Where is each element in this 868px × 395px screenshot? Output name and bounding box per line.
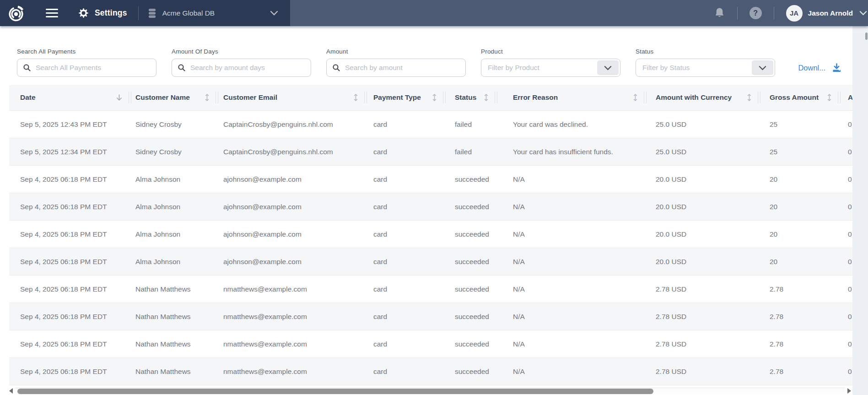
column-label: Amount with Currency [656, 93, 732, 102]
sort-toggle-icon[interactable] [747, 93, 752, 102]
user-menu[interactable]: JA Jason Arnold [786, 5, 868, 22]
cell-ap: 0 [838, 358, 852, 385]
cell-customer-name: Alma Johnson [129, 248, 216, 275]
column-header-customer-name[interactable]: Customer Name [129, 85, 216, 110]
horizontal-scrollbar[interactable] [9, 388, 851, 394]
cell-amount-with-currency: 20.0 USD [644, 193, 758, 220]
search-input[interactable] [190, 64, 305, 72]
search-icon [332, 64, 340, 72]
sort-toggle-icon[interactable] [633, 93, 638, 102]
cell-gross-amount: 20 [758, 166, 838, 193]
select-placeholder: Filter by Product [488, 64, 539, 72]
notifications-bell-icon[interactable] [714, 7, 725, 19]
column-header-gross-amount[interactable]: Gross Amount [758, 85, 838, 110]
cell-status: succeeded [443, 303, 495, 330]
table-row[interactable]: Sep 4, 2025 06:18 PM EDTNathan Matthewsn… [9, 330, 852, 358]
database-selector[interactable]: Acme Global DB [148, 8, 290, 19]
table-row[interactable]: Sep 4, 2025 06:18 PM EDTAlma Johnsonajoh… [9, 193, 852, 221]
cell-status: succeeded [443, 248, 495, 275]
cell-amount-with-currency: 20.0 USD [644, 166, 758, 193]
table-row[interactable]: Sep 4, 2025 06:18 PM EDTAlma Johnsonajoh… [9, 166, 852, 193]
column-header-customer-email[interactable]: Customer Email [216, 85, 364, 110]
sort-toggle-icon[interactable] [827, 93, 832, 102]
cell-customer-name: Sidney Crosby [129, 111, 216, 138]
scroll-left-arrow-icon[interactable] [9, 388, 13, 394]
search-input[interactable] [345, 64, 460, 72]
select-dropdown[interactable]: Filter by Product [481, 59, 620, 77]
cell-amount-with-currency: 2.78 USD [644, 276, 758, 303]
sort-toggle-icon[interactable] [484, 93, 489, 102]
cell-ap: 0 [838, 221, 852, 248]
cell-payment-type: card [364, 330, 443, 357]
cell-date: Sep 4, 2025 06:18 PM EDT [9, 303, 129, 330]
sort-toggle-icon[interactable] [205, 93, 210, 102]
table-row[interactable]: Sep 4, 2025 06:18 PM EDTNathan Matthewsn… [9, 358, 852, 385]
column-header-date[interactable]: Date [9, 85, 129, 110]
sort-toggle-icon[interactable] [353, 93, 358, 102]
cell-customer-name: Alma Johnson [129, 193, 216, 220]
select-placeholder: Filter by Status [642, 64, 690, 72]
navbar-right-section: ? JA Jason Arnold [290, 0, 868, 26]
cell-status: failed [443, 138, 495, 165]
filter-label: Amount [326, 48, 466, 55]
search-input[interactable] [36, 64, 151, 72]
cell-status: succeeded [443, 166, 495, 193]
download-link[interactable]: Downl... [798, 63, 842, 73]
sort-descending-icon[interactable] [116, 94, 123, 102]
filter-amount: Amount [326, 48, 466, 77]
vertical-scrollbar-thumb[interactable] [865, 32, 868, 40]
select-dropdown[interactable]: Filter by Status [636, 59, 775, 77]
cell-ap: 0 [838, 111, 852, 138]
app-logo-icon[interactable] [7, 4, 25, 22]
help-icon[interactable]: ? [749, 7, 762, 19]
cell-amount-with-currency: 2.78 USD [644, 303, 758, 330]
column-header-status[interactable]: Status [443, 85, 495, 110]
cell-customer-name: Nathan Matthews [129, 330, 216, 357]
column-label: Customer Email [223, 93, 277, 102]
cell-customer-name: Alma Johnson [129, 221, 216, 248]
cell-amount-with-currency: 20.0 USD [644, 221, 758, 248]
column-label: Ap [848, 93, 852, 102]
top-navbar: Settings Acme Global DB ? [0, 0, 868, 26]
nav-divider [737, 7, 738, 20]
table-row[interactable]: Sep 5, 2025 12:34 PM EDTSidney CrosbyCap… [9, 138, 852, 166]
cell-error-reason: N/A [495, 166, 644, 193]
filter-status: Status Filter by Status [636, 48, 775, 77]
column-header-amount-with-currency[interactable]: Amount with Currency [644, 85, 758, 110]
nav-settings[interactable]: Settings [78, 8, 127, 18]
filter-label: Amount Of Days [172, 48, 311, 55]
table-row[interactable]: Sep 4, 2025 06:18 PM EDTAlma Johnsonajoh… [9, 248, 852, 276]
cell-amount-with-currency: 2.78 USD [644, 330, 758, 357]
sort-toggle-icon[interactable] [432, 93, 437, 102]
column-label: Payment Type [373, 93, 421, 102]
cell-payment-type: card [364, 138, 443, 165]
table-row[interactable]: Sep 4, 2025 06:18 PM EDTNathan Matthewsn… [9, 303, 852, 330]
scroll-right-arrow-icon[interactable] [847, 388, 851, 394]
hamburger-menu-icon[interactable] [46, 9, 58, 18]
cell-customer-name: Alma Johnson [129, 166, 216, 193]
filter-amount-of-days: Amount Of Days [172, 48, 311, 77]
cell-error-reason: Your card has insufficient funds. [495, 138, 644, 165]
column-header-error-reason[interactable]: Error Reason [495, 85, 644, 110]
navbar-left-section: Settings Acme Global DB [0, 0, 290, 26]
column-header-ap[interactable]: Ap [838, 85, 852, 110]
cell-status: succeeded [443, 330, 495, 357]
cell-error-reason: Your card was declined. [495, 111, 644, 138]
chevron-down-icon[interactable] [597, 60, 619, 75]
cell-date: Sep 4, 2025 06:18 PM EDT [9, 248, 129, 275]
cell-customer-email: nmatthews@example.com [216, 303, 364, 330]
table-row[interactable]: Sep 4, 2025 06:18 PM EDTNathan Matthewsn… [9, 276, 852, 303]
filter-label: Product [481, 48, 620, 55]
scrollbar-thumb[interactable] [17, 389, 653, 394]
table-row[interactable]: Sep 5, 2025 12:43 PM EDTSidney CrosbyCap… [9, 111, 852, 138]
chevron-down-icon[interactable] [752, 60, 773, 75]
table-row[interactable]: Sep 4, 2025 06:18 PM EDTAlma Johnsonajoh… [9, 221, 852, 248]
gear-icon [78, 8, 89, 18]
search-field [17, 59, 156, 77]
settings-label: Settings [95, 8, 127, 18]
column-header-payment-type[interactable]: Payment Type [364, 85, 443, 110]
cell-error-reason: N/A [495, 248, 644, 275]
scrollbar-track[interactable] [15, 388, 845, 394]
cell-amount-with-currency: 25.0 USD [644, 138, 758, 165]
cell-status: succeeded [443, 358, 495, 385]
